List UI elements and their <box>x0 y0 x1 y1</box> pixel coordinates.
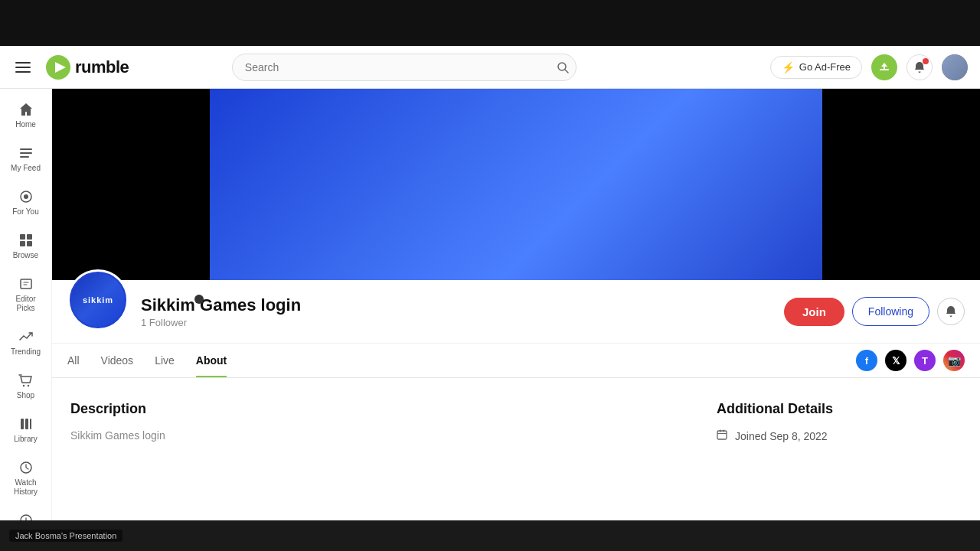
user-avatar-button[interactable] <box>942 54 968 80</box>
channel-actions: Join Following <box>784 297 965 326</box>
channel-info-row: sikkim Sikkim Games login 1 Follower Joi… <box>52 280 980 344</box>
logo[interactable]: rumble <box>46 55 129 80</box>
search-input[interactable] <box>232 54 577 81</box>
notification-button[interactable] <box>906 54 933 80</box>
tab-videos[interactable]: Videos <box>101 344 134 377</box>
svg-rect-6 <box>20 152 32 154</box>
channel-followers: 1 Follower <box>141 317 772 328</box>
svg-rect-10 <box>20 234 25 240</box>
banner-right-black <box>827 89 980 280</box>
channel-bell-icon <box>945 305 957 318</box>
sidebar-item-browse-label: Browse <box>13 251 38 260</box>
tab-about[interactable]: About <box>196 344 227 377</box>
svg-rect-13 <box>27 241 32 246</box>
description-text: Sikkim Games login <box>70 429 671 442</box>
svg-rect-19 <box>30 419 31 429</box>
tab-all[interactable]: All <box>67 344 80 377</box>
screen-wrapper: rumble ⚡ Go Ad-Free <box>0 0 980 551</box>
sidebar-item-browse[interactable]: Browse <box>3 226 49 266</box>
main-content: sikkim Sikkim Games login 1 Follower Joi… <box>52 89 980 520</box>
upload-button[interactable] <box>871 54 897 80</box>
home-icon <box>18 101 34 118</box>
sidebar-item-watch-history-label: Watch History <box>6 478 46 497</box>
user-avatar <box>942 54 968 80</box>
additional-details-title: Additional Details <box>717 401 962 417</box>
additional-details-section: Additional Details Joined Sep 8, <box>717 401 962 442</box>
channel-name: Sikkim Games login <box>141 295 772 315</box>
header: rumble ⚡ Go Ad-Free <box>0 46 980 89</box>
svg-rect-4 <box>880 69 889 70</box>
editor-picks-icon <box>18 276 34 292</box>
browse-icon <box>18 232 34 249</box>
go-ad-free-button[interactable]: ⚡ Go Ad-Free <box>770 56 862 79</box>
my-feed-icon <box>18 145 34 161</box>
channel-name-area: Sikkim Games login 1 Follower <box>141 295 772 328</box>
about-content: Description Sikkim Games login Additiona… <box>52 378 980 465</box>
sidebar-item-trending-label: Trending <box>11 347 41 357</box>
svg-rect-25 <box>724 430 725 432</box>
sikkim-logo-text: sikkim <box>83 295 113 305</box>
sidebar-item-editor-picks-label: Editor Picks <box>6 295 46 313</box>
sidebar-item-shop[interactable]: Shop <box>3 366 49 406</box>
svg-point-15 <box>22 385 24 386</box>
upload-icon <box>878 61 890 73</box>
joined-date: Joined Sep 8, 2022 <box>735 430 828 442</box>
truth-social-icon[interactable]: T <box>914 350 936 371</box>
go-ad-free-label: Go Ad-Free <box>799 61 851 73</box>
trending-icon <box>18 328 34 345</box>
sidebar-item-library[interactable]: Library <box>3 409 49 450</box>
sidebar-item-my-feed-label: My Feed <box>11 164 41 173</box>
following-button[interactable]: Following <box>852 297 929 326</box>
sidebar-item-trending[interactable]: Trending <box>3 322 49 363</box>
description-section: Description Sikkim Games login <box>70 401 671 442</box>
svg-rect-12 <box>20 241 25 246</box>
channel-banner <box>52 89 980 280</box>
svg-rect-22 <box>717 431 727 439</box>
logo-text: rumble <box>75 57 129 77</box>
svg-rect-7 <box>20 156 29 158</box>
joined-detail-row: Joined Sep 8, 2022 <box>717 429 962 442</box>
svg-rect-14 <box>21 279 31 289</box>
calendar-icon <box>717 429 727 442</box>
svg-point-16 <box>27 385 28 386</box>
description-title: Description <box>70 401 671 417</box>
search-button[interactable] <box>557 61 569 73</box>
join-button[interactable]: Join <box>784 298 844 326</box>
facebook-icon[interactable]: f <box>856 350 877 371</box>
sidebar-item-for-you-label: For You <box>12 207 38 217</box>
channel-tabs: All Videos Live About f 𝕏 T 📷 <box>52 344 980 378</box>
sidebar-item-home-label: Home <box>15 120 36 129</box>
banner-left-black <box>52 89 205 280</box>
bottom-bar: Jack Bosma's Presentation <box>0 520 980 551</box>
banner-image <box>210 89 822 280</box>
search-icon <box>557 61 569 73</box>
top-bar <box>0 0 980 46</box>
sidebar-item-my-feed[interactable]: My Feed <box>3 139 49 179</box>
svg-rect-5 <box>20 148 32 150</box>
presentation-label: Jack Bosma's Presentation <box>9 530 122 542</box>
for-you-icon <box>18 188 34 205</box>
twitter-x-icon[interactable]: 𝕏 <box>885 350 906 371</box>
channel-avatar: sikkim <box>67 269 129 331</box>
lightning-icon: ⚡ <box>782 61 795 73</box>
svg-rect-24 <box>720 430 721 432</box>
sidebar-item-editor-picks[interactable]: Editor Picks <box>3 269 49 319</box>
instagram-icon[interactable]: 📷 <box>943 350 965 371</box>
tab-live[interactable]: Live <box>155 344 175 377</box>
sidebar-item-for-you[interactable]: For You <box>3 182 49 223</box>
channel-bell-button[interactable] <box>937 298 965 325</box>
sidebar-item-history[interactable]: History <box>3 506 49 520</box>
svg-rect-17 <box>21 419 24 429</box>
watch-history-icon <box>18 459 34 476</box>
hamburger-button[interactable] <box>12 59 34 76</box>
channel-avatar-inner: sikkim <box>71 273 125 327</box>
sidebar-item-shop-label: Shop <box>17 391 34 400</box>
svg-line-3 <box>565 70 568 73</box>
shop-icon <box>18 372 34 389</box>
rumble-logo-icon <box>46 55 70 80</box>
tab-social-icons: f 𝕏 T 📷 <box>856 350 965 371</box>
svg-point-9 <box>24 194 28 199</box>
notification-dot <box>923 58 929 64</box>
sidebar-item-home[interactable]: Home <box>3 95 49 135</box>
sidebar-item-watch-history[interactable]: Watch History <box>3 453 49 503</box>
